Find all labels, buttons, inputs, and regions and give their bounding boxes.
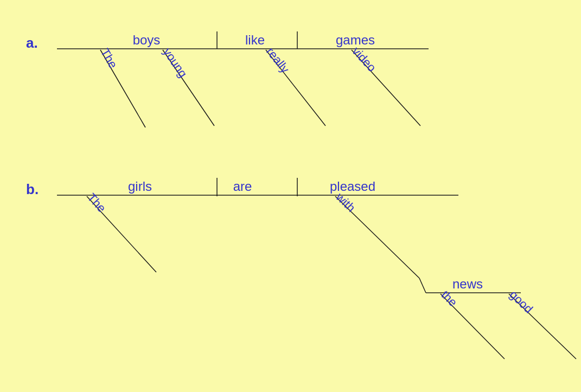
- label-a: a.: [26, 35, 38, 51]
- word-the-a: The: [98, 46, 120, 70]
- word-girls: girls: [128, 179, 152, 194]
- connector-with-news: [419, 278, 426, 293]
- word-young-a: young: [161, 46, 190, 80]
- word-really-a: really: [264, 45, 292, 76]
- word-the-b: The: [85, 191, 108, 215]
- word-are: are: [233, 179, 252, 194]
- word-games: games: [336, 33, 375, 47]
- word-news: news: [452, 277, 483, 291]
- word-like: like: [245, 33, 265, 47]
- word-pleased: pleased: [330, 179, 375, 194]
- word-boys: boys: [133, 33, 161, 47]
- word-good: good: [507, 288, 536, 316]
- label-b: b.: [26, 181, 39, 197]
